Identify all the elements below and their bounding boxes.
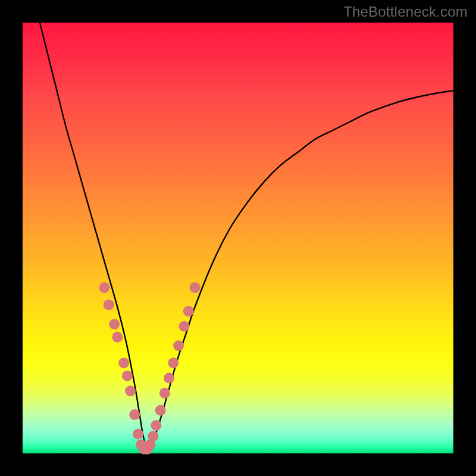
highlight-dot [129,409,140,420]
highlight-dot [190,282,201,293]
chart-plot-area [23,23,453,453]
watermark-text: TheBottleneck.com [343,4,468,20]
bottleneck-curve-path [40,23,453,450]
highlight-dot [99,282,110,293]
highlight-dot [183,306,194,317]
bottleneck-chart-svg [23,23,453,453]
highlight-dot [109,319,120,330]
highlight-dot [173,340,184,351]
highlight-dot [118,358,129,368]
highlight-dot [164,372,174,383]
highlight-dot [159,388,170,399]
highlight-dot [104,299,114,310]
highlight-dot [122,371,133,381]
highlight-dot [179,321,190,331]
highlight-dot [133,428,143,439]
highlight-dots-group [99,282,201,455]
highlight-dot [155,405,166,416]
highlight-dot [148,431,158,441]
highlight-dot [168,358,178,368]
highlight-dot [125,386,136,396]
highlight-dot [112,332,123,343]
highlight-dot [151,420,161,431]
